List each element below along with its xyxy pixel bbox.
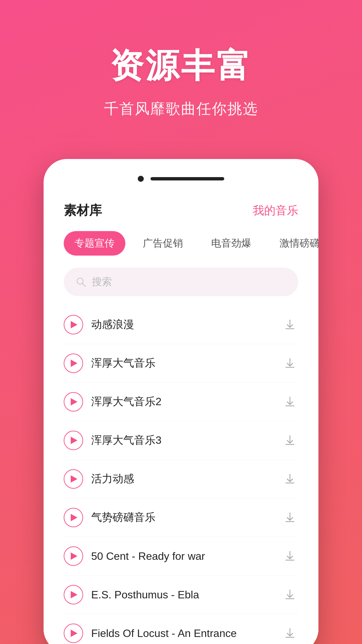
search-bar[interactable]: 搜索	[64, 268, 298, 296]
play-button-6[interactable]	[64, 508, 83, 527]
download-icon	[284, 473, 296, 485]
phone-notch	[44, 172, 318, 192]
main-title: 资源丰富	[20, 44, 342, 89]
top-bar: 素材库 我的音乐	[64, 202, 298, 219]
download-icon	[284, 357, 296, 369]
my-music-link[interactable]: 我的音乐	[253, 203, 298, 218]
song-name-6: 气势磅礴音乐	[91, 510, 274, 525]
download-button-1[interactable]	[282, 316, 298, 333]
download-icon	[284, 589, 296, 601]
song-name-9: Fields Of Locust - An Entrance	[91, 627, 274, 640]
search-placeholder: 搜索	[92, 275, 112, 289]
tab-广告促销[interactable]: 广告促销	[132, 231, 194, 256]
download-icon	[284, 550, 296, 562]
tab-专题宣传[interactable]: 专题宣传	[64, 231, 125, 256]
download-button-5[interactable]	[282, 471, 298, 487]
phone-content: 素材库 我的音乐 专题宣传 广告促销 电音劲爆 激情磅礴 搜索 动感浪漫	[44, 192, 318, 644]
play-button-1[interactable]	[64, 315, 83, 334]
song-name-5: 活力动感	[91, 472, 274, 486]
svg-line-1	[82, 283, 85, 286]
download-icon	[284, 319, 296, 331]
list-item: 浑厚大气音乐3	[64, 421, 298, 460]
list-item: 气势磅礴音乐	[64, 498, 298, 537]
download-button-9[interactable]	[282, 625, 298, 642]
song-name-1: 动感浪漫	[91, 317, 274, 332]
download-icon	[284, 396, 296, 408]
download-icon	[284, 434, 296, 446]
list-item: 浑厚大气音乐	[64, 344, 298, 383]
song-name-3: 浑厚大气音乐2	[91, 394, 274, 409]
song-name-4: 浑厚大气音乐3	[91, 433, 274, 448]
tabs-row: 专题宣传 广告促销 电音劲爆 激情磅礴	[64, 231, 298, 256]
play-button-7[interactable]	[64, 546, 83, 566]
play-button-8[interactable]	[64, 585, 83, 604]
phone-mockup: 素材库 我的音乐 专题宣传 广告促销 电音劲爆 激情磅礴 搜索 动感浪漫	[44, 159, 318, 644]
play-button-5[interactable]	[64, 469, 83, 489]
download-button-2[interactable]	[282, 355, 298, 372]
download-icon	[284, 627, 296, 639]
song-name-2: 浑厚大气音乐	[91, 356, 274, 371]
tab-激情磅礴[interactable]: 激情磅礴	[269, 231, 318, 256]
sub-title: 千首风靡歌曲任你挑选	[20, 99, 342, 119]
download-button-7[interactable]	[282, 548, 298, 565]
header-section: 资源丰富 千首风靡歌曲任你挑选	[0, 0, 362, 139]
search-icon	[76, 277, 86, 287]
library-title: 素材库	[64, 202, 102, 219]
play-button-9[interactable]	[64, 624, 83, 643]
song-list: 动感浪漫 浑厚大气音乐	[64, 306, 298, 644]
download-icon	[284, 512, 296, 524]
notch-dot	[138, 176, 144, 182]
play-button-4[interactable]	[64, 431, 83, 450]
list-item: 活力动感	[64, 460, 298, 498]
notch-bar	[150, 177, 224, 180]
list-item: 50 Cent - Ready for war	[64, 537, 298, 576]
download-button-8[interactable]	[282, 586, 298, 603]
tab-电音劲爆[interactable]: 电音劲爆	[200, 231, 262, 256]
play-button-3[interactable]	[64, 392, 83, 412]
download-button-6[interactable]	[282, 509, 298, 526]
list-item: E.S. Posthumus - Ebla	[64, 576, 298, 614]
download-button-3[interactable]	[282, 393, 298, 410]
download-button-4[interactable]	[282, 432, 298, 449]
song-name-8: E.S. Posthumus - Ebla	[91, 589, 274, 601]
list-item: Fields Of Locust - An Entrance	[64, 614, 298, 644]
song-name-7: 50 Cent - Ready for war	[91, 550, 274, 562]
list-item: 浑厚大气音乐2	[64, 383, 298, 421]
play-button-2[interactable]	[64, 354, 83, 373]
list-item: 动感浪漫	[64, 306, 298, 344]
